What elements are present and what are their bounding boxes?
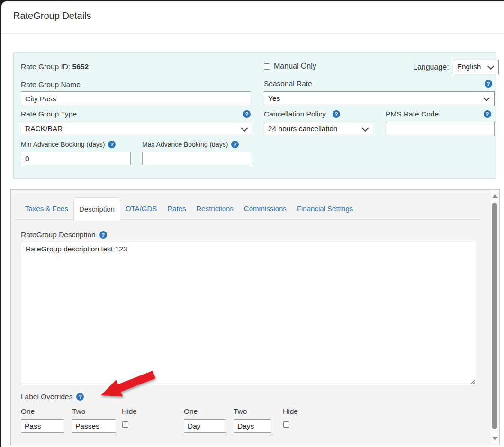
help-icon[interactable]: ? [108,141,116,148]
language-field: Language: English [413,60,499,74]
rate-group-type-label: Rate Group Type [21,110,77,118]
tab-rates[interactable]: Rates [162,197,191,219]
override1-one-input[interactable] [21,419,64,433]
chevron-down-icon [483,94,490,101]
override1-two-label: Two [72,407,85,416]
label-overrides-label: Label Overrides [21,393,72,401]
max-advance-label-row: Max Advance Booking (days) ? [142,141,239,148]
rate-group-type-select[interactable]: RACK/BAR [21,122,252,136]
page-title: RateGroup Details [13,10,91,21]
manual-only-checkbox[interactable] [264,63,270,70]
manual-only-label: Manual Only [274,62,316,71]
tab-restrictions[interactable]: Restrictions [191,197,239,219]
override1-hide-checkbox[interactable] [122,421,128,428]
override1-hide-label: Hide [122,407,137,416]
rate-group-tabs-panel: Taxes & Fees Description OTA/GDS Rates R… [10,189,500,445]
seasonal-rate-label: Seasonal Rate [264,80,312,88]
tab-commissions[interactable]: Commissions [239,197,292,219]
min-advance-label-row: Min Advance Booking (days) ? [21,141,116,148]
min-advance-label: Min Advance Booking (days) [21,141,105,148]
pms-rate-code-label-row: PMS Rate Code ? [386,110,495,118]
label-overrides-row: Label Overrides ? [21,393,84,401]
scroll-down-arrow-icon[interactable] [492,437,498,441]
cancellation-policy-selected-value: 24 hours cancellation [268,125,338,133]
cancellation-policy-select[interactable]: 24 hours cancellation [264,122,373,136]
language-select[interactable]: English [453,60,499,74]
override2-one-label: One [184,407,198,416]
max-advance-input[interactable] [142,152,252,165]
rate-group-type-selected-value: RACK/BAR [25,125,63,133]
help-icon[interactable]: ? [243,110,251,118]
description-label-row: RateGroup Description ? [21,231,107,239]
rate-group-name-label: Rate Group Name [21,80,81,89]
override1-two-input[interactable] [72,419,116,433]
rategroup-details-modal: RateGroup Details Rate Group ID: 5652 Ma… [1,1,504,447]
seasonal-rate-selected-value: Yes [268,94,280,102]
title-divider [1,33,504,34]
scrollbar-thumb[interactable] [492,203,497,429]
language-label: Language: [413,63,449,72]
override2-two-label: Two [234,407,247,416]
tab-ota-gds[interactable]: OTA/GDS [120,197,162,219]
help-icon[interactable]: ? [485,80,492,88]
rate-group-id-value: 5652 [72,63,89,71]
rategroup-description-textarea[interactable]: RateGroup description test 123 [21,242,476,385]
chevron-down-icon [241,125,248,131]
chevron-down-icon [362,125,369,131]
seasonal-rate-label-row: Seasonal Rate ? [264,80,495,88]
tab-description[interactable]: Description [73,197,120,221]
override2-hide-label: Hide [283,407,298,416]
scrollbar[interactable] [491,190,499,444]
pms-rate-code-label: PMS Rate Code [386,110,439,118]
min-advance-input[interactable] [21,152,131,165]
tab-bar: Taxes & Fees Description OTA/GDS Rates R… [20,197,358,220]
rate-group-summary-panel: Rate Group ID: 5652 Manual Only Language… [13,52,496,179]
tab-taxes-fees[interactable]: Taxes & Fees [20,197,73,219]
chevron-down-icon [487,63,494,69]
override2-two-input[interactable] [234,419,271,433]
scroll-up-arrow-icon[interactable] [492,194,498,198]
rate-group-type-label-row: Rate Group Type ? [21,110,252,118]
rategroup-description-label: RateGroup Description [21,231,96,239]
tab-financial-settings[interactable]: Financial Settings [292,197,358,219]
help-icon[interactable]: ? [76,393,84,401]
override2-hide-checkbox[interactable] [283,421,289,428]
pms-rate-code-input[interactable] [386,122,495,136]
seasonal-rate-select[interactable]: Yes [264,91,495,106]
cancellation-policy-label: Cancellation Policy [264,110,326,118]
help-icon[interactable]: ? [99,231,107,239]
rate-group-name-input[interactable] [21,91,251,106]
rategroup-details-window: RateGroup Details Rate Group ID: 5652 Ma… [0,0,504,447]
cancellation-policy-label-row: Cancellation Policy ? [264,110,340,118]
manual-only-field: Manual Only [264,62,316,71]
rate-group-id: Rate Group ID: 5652 [21,63,89,71]
description-textarea-wrap: RateGroup description test 123 [21,242,476,385]
override1-one-label: One [21,407,35,416]
language-selected-value: English [457,63,481,71]
override2-one-input[interactable] [184,419,226,433]
help-icon[interactable]: ? [231,141,239,148]
max-advance-label: Max Advance Booking (days) [142,141,228,148]
help-icon[interactable]: ? [484,110,491,118]
rate-group-id-label: Rate Group ID: [21,63,70,71]
help-icon[interactable]: ? [333,110,340,118]
